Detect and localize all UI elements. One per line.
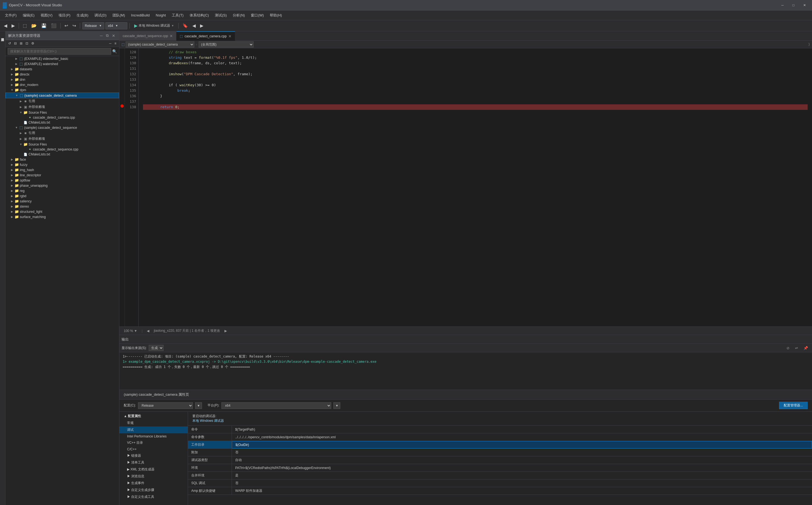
win-minimize[interactable]: ─ xyxy=(778,2,787,8)
menu-help[interactable]: 帮助(H) xyxy=(267,12,285,19)
save-all-btn[interactable]: ⬛ xyxy=(49,22,58,29)
list-item[interactable]: ▶ 📁 img_hash xyxy=(5,167,119,172)
menu-view[interactable]: 视图(V) xyxy=(38,12,55,19)
menu-test[interactable]: 测试(S) xyxy=(212,12,229,19)
list-item[interactable]: 📄 CMakeLists.txt xyxy=(5,120,119,125)
props-tree-item[interactable]: ▶ 生成事件 xyxy=(119,480,188,487)
se-minus-btn[interactable]: ─ xyxy=(108,41,112,46)
table-row[interactable]: 命令参数 ../../../../../opencv_contrib/modul… xyxy=(188,433,812,441)
config-dropdown[interactable]: Release ▼ xyxy=(82,22,104,29)
tab-camera-cpp[interactable]: ⬚ cascade_detect_camera.cpp ✕ xyxy=(177,31,235,41)
nav-btn1[interactable]: ◀ xyxy=(191,22,197,29)
editor-scope-dropdown[interactable]: (sample) cascade_detect_camera xyxy=(126,41,194,47)
props-tree-item[interactable]: Intel Performance Libraries xyxy=(119,433,188,439)
menu-incredibuild[interactable]: IncrediB​uild xyxy=(128,12,153,18)
se-settings-btn[interactable]: ⚙ xyxy=(30,41,35,46)
se-collapse-btn[interactable]: ⊟ xyxy=(13,41,18,46)
menu-nsight[interactable]: Nsight xyxy=(153,12,169,18)
fwd-btn[interactable]: ▶ xyxy=(10,22,16,29)
props-tree-item[interactable]: C/C++ xyxy=(119,446,188,452)
list-item[interactable]: ▼ ⬚ (sample) cascade_detect_sequence xyxy=(5,125,119,130)
list-item[interactable]: ▼ 📁 Source Files xyxy=(5,142,119,147)
output-source-select[interactable]: 生成 xyxy=(149,345,164,351)
config-mgr-btn[interactable]: 配置管理器... xyxy=(779,402,808,409)
list-item[interactable]: ▶ 📁 directx xyxy=(5,72,119,77)
menu-edit[interactable]: 编辑(E) xyxy=(20,12,37,19)
tab-camera-close[interactable]: ✕ xyxy=(228,34,232,38)
bookmark-btn[interactable]: 🔖 xyxy=(181,22,190,29)
list-item[interactable]: ▶ 📁 fuzzy xyxy=(5,162,119,167)
search-input[interactable] xyxy=(8,48,111,55)
props-tree-item[interactable]: ▲ 配置属性 xyxy=(119,413,188,419)
table-row[interactable]: 环境 PATH=$(VCRedistPaths)%PATH%$(LocalDeb… xyxy=(188,464,812,472)
table-row[interactable]: SQL 调试 否 xyxy=(188,480,812,487)
list-item[interactable]: ▶ 📁 datasets xyxy=(5,66,119,72)
open-btn[interactable]: 📂 xyxy=(30,22,38,29)
props-tree-item[interactable]: ▶ 浏览信息 xyxy=(119,473,188,480)
table-row[interactable]: 附加 否 xyxy=(188,449,812,456)
props-tree-item[interactable]: 调试 xyxy=(119,427,188,433)
nav-expand-btn[interactable]: ⟩ xyxy=(808,42,810,46)
table-row[interactable]: Amp 默认快捷键 WARP 软件加速器 xyxy=(188,487,812,495)
list-item[interactable]: ▶ 📁 dnn_modern xyxy=(5,82,119,87)
list-item[interactable]: ▶ ▣ 外部依赖项 xyxy=(5,104,119,110)
se-more-btn[interactable]: ≡ xyxy=(113,41,117,46)
list-item[interactable]: ▶ 📁 reg xyxy=(5,188,119,193)
vtab-solution[interactable]: 解决方案资源管理器 xyxy=(0,33,5,38)
list-item[interactable]: ▼ ⬚ (sample) cascade_detect_camera xyxy=(5,93,119,98)
list-item[interactable]: ✦ cascade_detect_camera.cpp xyxy=(5,115,119,120)
menu-window[interactable]: 窗口(W) xyxy=(248,12,266,19)
se-filter-btn[interactable]: ⊡ xyxy=(24,41,29,46)
props-tree-item[interactable]: ▶ 清单工具 xyxy=(119,459,188,466)
table-row[interactable]: 合并环境 是 xyxy=(188,472,812,480)
list-item[interactable]: ▼ 📁 Source Files xyxy=(5,110,119,115)
menu-analyze[interactable]: 分析(N) xyxy=(230,12,248,19)
win-maximize[interactable]: □ xyxy=(789,2,798,8)
list-item[interactable]: ▶ 📁 surface_matching xyxy=(5,214,119,219)
list-item[interactable]: ▶ 📁 face xyxy=(5,157,119,162)
redo-btn[interactable]: ↪ xyxy=(71,22,78,29)
props-tree-item[interactable]: ▶ 链接器 xyxy=(119,452,188,459)
list-item[interactable]: ▶ ■ 引用 xyxy=(5,98,119,104)
se-sync-btn[interactable]: ↺ xyxy=(7,41,12,46)
config-select[interactable]: Release xyxy=(138,402,193,409)
list-item[interactable]: ▶ 📁 stereo xyxy=(5,204,119,209)
tab-seq-close[interactable]: ✕ xyxy=(170,34,173,38)
nav-right-arrow[interactable]: ▶ xyxy=(225,329,227,333)
list-item[interactable]: ▶ 📁 phase_unwrapping xyxy=(5,183,119,188)
panel-close-btn[interactable]: ✕ xyxy=(111,33,116,38)
menu-project[interactable]: 项目(P) xyxy=(56,12,73,19)
platform-browse-btn[interactable]: ▼ xyxy=(333,402,340,409)
zoom-dropdown[interactable]: 100 % ▼ xyxy=(124,329,137,333)
panel-pin-btn[interactable]: ─ xyxy=(99,33,104,38)
platform-dropdown[interactable]: x64 ▼ xyxy=(105,22,127,29)
table-row[interactable]: 调试器类型 自动 xyxy=(188,456,812,464)
back-btn[interactable]: ◀ xyxy=(2,22,9,29)
menu-team[interactable]: 团队(M) xyxy=(110,12,128,19)
run-debugger-btn[interactable]: ▶ 本地 Windows 调试器 ▼ xyxy=(132,22,176,29)
list-item[interactable]: ▶ 📁 line_descriptor xyxy=(5,172,119,178)
menu-tools[interactable]: 工具(T) xyxy=(169,12,186,19)
se-show-all-btn[interactable]: ⊞ xyxy=(19,41,24,46)
props-tree-item[interactable]: ▶ 自定义生成工具 xyxy=(119,493,188,500)
list-item[interactable]: ▶ 📁 optflow xyxy=(5,178,119,183)
output-line[interactable]: 1> example_dpm_cascade_detect_camera.vcx… xyxy=(123,359,809,364)
table-row[interactable]: 命令 $(TargetPath) xyxy=(188,426,812,433)
props-tree-item[interactable]: VC++ 目录 xyxy=(119,439,188,446)
props-tree-item[interactable]: ▶ 自定义生成步骤 xyxy=(119,487,188,493)
list-item[interactable]: ▶ 📁 rgbd xyxy=(5,193,119,198)
code-editor[interactable]: 128 129 130 131 132 133 134 135 136 137 … xyxy=(119,48,812,327)
save-btn[interactable]: 💾 xyxy=(39,22,48,29)
win-close[interactable]: ✕ xyxy=(800,2,809,8)
list-item[interactable]: ▶ ■ 引用 xyxy=(5,130,119,136)
nav-left-arrow[interactable]: ◀ xyxy=(147,329,149,333)
editor-context-dropdown[interactable]: (全局范围) xyxy=(199,41,254,47)
list-item[interactable]: ▶ ▣ 外部依赖项 xyxy=(5,136,119,142)
output-wrap-btn[interactable]: ⇌ xyxy=(793,345,800,351)
list-item[interactable]: ▼ 📁 dpm xyxy=(5,87,119,93)
undo-btn[interactable]: ↩ xyxy=(63,22,70,29)
menu-file[interactable]: 文件(F) xyxy=(2,12,19,19)
props-tree-item[interactable]: 常规 xyxy=(119,419,188,427)
config-browse-btn[interactable]: ▼ xyxy=(195,402,202,409)
table-row[interactable]: 工作目录 $(OutDir) xyxy=(188,441,812,449)
